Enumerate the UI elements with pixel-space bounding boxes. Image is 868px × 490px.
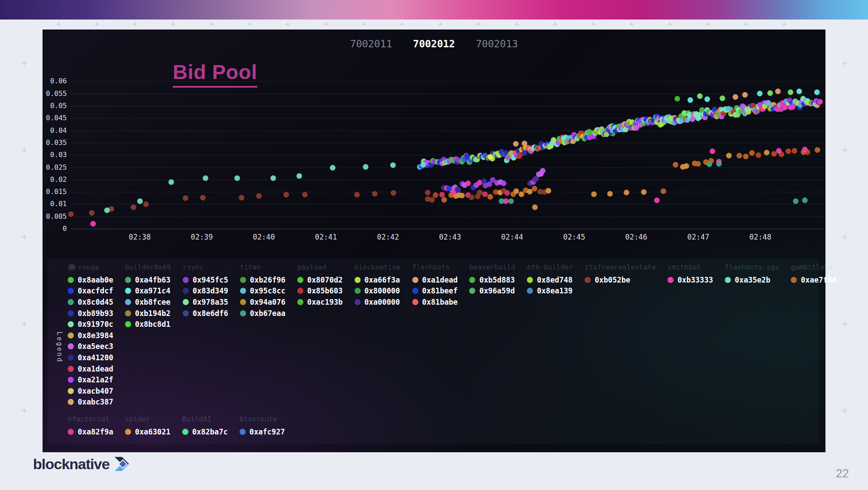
x-axis-label: 02:47 (687, 233, 709, 241)
scatter-point (522, 141, 527, 146)
legend-entry-0x82ba7c[interactable]: 0x82ba7c (182, 426, 228, 437)
legend-entry-0x91970c[interactable]: 0x91970c (68, 319, 113, 330)
legend-entry-0x8e6df6[interactable]: 0x8e6df6 (183, 308, 228, 319)
scatter-point (504, 190, 510, 196)
legend-entry-0xb194b2[interactable]: 0xb194b2 (125, 308, 171, 319)
legend-entry-0xb33333[interactable]: 0xb33333 (667, 274, 713, 286)
legend-entry-0xa21a2f[interactable]: 0xa21a2f (68, 374, 113, 385)
legend-entry-0x8bc8d1[interactable]: 0x8bc8d1 (125, 319, 171, 330)
legend-entry-0x85b603[interactable]: 0x85b603 (297, 286, 343, 297)
legend-entry-0x8c0d45[interactable]: 0x8c0d45 (68, 296, 113, 308)
deco-triangle (171, 22, 175, 25)
legend-entry-0xa82f9a[interactable]: 0xa82f9a (68, 426, 113, 437)
legend-entry-0x83d349[interactable]: 0x83d349 (183, 286, 228, 297)
legend-dot (125, 288, 131, 294)
legend-entry-0xa35e2b[interactable]: 0xa35e2b (725, 274, 779, 286)
y-axis-label: 0.035 (43, 138, 67, 147)
deco-plus (842, 408, 847, 413)
deco-triangle (95, 22, 99, 25)
scatter-point (532, 186, 537, 191)
legend-entry-0xa971c4[interactable]: 0xa971c4 (125, 286, 171, 297)
legend-column-nfactorial: nfactorial0xa82f9a (68, 415, 113, 437)
legend-entry-0x81beef[interactable]: 0x81beef (412, 286, 458, 297)
legend-entry-label: 0xb89b93 (78, 309, 113, 318)
legend-entry-0x978a35[interactable]: 0x978a35 (183, 296, 228, 308)
legend-entry-0x95c8cc[interactable]: 0x95c8cc (240, 286, 286, 297)
scatter-point (168, 179, 174, 185)
scatter-point (89, 210, 95, 216)
legend-section: nfactorial0xa82f9aspider0xa63021BuildAI0… (68, 415, 836, 437)
scatter-point (796, 89, 802, 94)
legend-entry-0x8aab0e[interactable]: 0x8aab0e (68, 274, 113, 286)
legend-entry-0xafc927[interactable]: 0xafc927 (240, 426, 285, 437)
legend-entry-0xb89b93[interactable]: 0xb89b93 (68, 308, 113, 319)
scatter-point (764, 150, 769, 155)
legend-section: rouge0x8aab0e0xacfdcf0x8c0d450xb89b930x9… (68, 263, 836, 408)
legend-entry-0xa1dead[interactable]: 0xa1dead (412, 274, 458, 286)
scatter-point (270, 175, 276, 181)
legend-entry-0xae7f0d[interactable]: 0xae7f0d (791, 274, 836, 286)
legend-entry-label: 0xa35e2b (735, 276, 770, 284)
legend-entry-0x945fc5[interactable]: 0x945fc5 (183, 274, 228, 286)
deco-triangle (477, 22, 481, 25)
scatter-point (546, 188, 551, 194)
legend-entry-label: 0x83d349 (193, 286, 228, 295)
legend-entry-0xb8fcee[interactable]: 0xb8fcee (125, 296, 171, 308)
legend-entry-0xb5d883[interactable]: 0xb5d883 (469, 274, 515, 286)
legend-entry-0xa66f3a[interactable]: 0xa66f3a (355, 274, 401, 286)
legend-entry-0x8ed748[interactable]: 0x8ed748 (527, 274, 573, 286)
legend-entry-label: 0xa00000 (365, 298, 400, 306)
legend-entry-0xa1dead[interactable]: 0xa1dead (68, 363, 113, 375)
legend-column-itsfreerealestate: itsfreerealestate0xb052be (585, 263, 656, 286)
legend-entry-0xb67eaa[interactable]: 0xb67eaa (240, 308, 286, 319)
legend-entry-0xa00000[interactable]: 0xa00000 (355, 296, 401, 308)
legend-entry-0xa63021[interactable]: 0xa63021 (125, 426, 171, 437)
scatter-point (499, 198, 504, 204)
chart-title: Bid Pool (173, 60, 257, 88)
legend-column-header: blocknative (355, 263, 401, 274)
scatter-point (726, 153, 732, 158)
x-axis-label: 02:46 (625, 233, 647, 241)
x-axis-label: 02:44 (501, 233, 523, 241)
legend-entry-0xabc387[interactable]: 0xabc387 (68, 397, 113, 408)
legend-entry-label: 0xb67eaa (250, 309, 286, 318)
scatter-point (239, 195, 244, 201)
legend-entry-label: 0x8c0d45 (78, 298, 113, 306)
scatter-point (487, 194, 493, 200)
legend-entry-0xb052be[interactable]: 0xb052be (585, 274, 656, 286)
deco-plus (22, 234, 27, 240)
legend-entry-0xa41200[interactable]: 0xa41200 (68, 352, 113, 363)
legend-entry-label: 0xa63021 (135, 428, 171, 436)
legend-entry-0xacb407[interactable]: 0xacb407 (68, 385, 113, 397)
legend-entry-0x81babe[interactable]: 0x81babe (412, 296, 458, 308)
legend-entry-0x8e3984[interactable]: 0x8e3984 (68, 330, 113, 341)
legend-entry-0x8070d2[interactable]: 0x8070d2 (297, 274, 343, 286)
legend-entry-0xac193b[interactable]: 0xac193b (297, 296, 343, 308)
y-axis-label: 0.025 (43, 163, 67, 171)
scatter-point (429, 197, 435, 203)
legend-entry-0x8ea139[interactable]: 0x8ea139 (527, 286, 573, 297)
scatter-point (707, 161, 712, 167)
scatter-point (469, 194, 474, 200)
scatter-point (704, 96, 710, 102)
scatter-point (421, 162, 426, 168)
blocknative-logo-icon (113, 455, 132, 473)
y-axis-label: 0 (43, 224, 67, 233)
legend-entry-0x800000[interactable]: 0x800000 (355, 286, 401, 297)
legend-entry-0xb26f96[interactable]: 0xb26f96 (240, 274, 286, 286)
deco-plus (842, 234, 847, 240)
scatter-point (446, 186, 452, 191)
legend-entry-0x94a076[interactable]: 0x94a076 (240, 296, 286, 308)
legend-column-header: smithbot (667, 263, 713, 274)
legend-dot (297, 277, 303, 283)
legend-entry-0x96a59d[interactable]: 0x96a59d (469, 286, 515, 297)
scatter-point (330, 165, 335, 171)
scatter-point (742, 92, 748, 98)
scatter-point (623, 127, 628, 132)
scatter-point (710, 148, 715, 154)
legend-entry-0xa5eec3[interactable]: 0xa5eec3 (68, 341, 113, 352)
legend-dot (355, 277, 361, 283)
legend-entry-0xacfdcf[interactable]: 0xacfdcf (68, 286, 113, 297)
legend-entry-0xa4fb63[interactable]: 0xa4fb63 (125, 274, 171, 286)
scatter-point (661, 188, 666, 194)
